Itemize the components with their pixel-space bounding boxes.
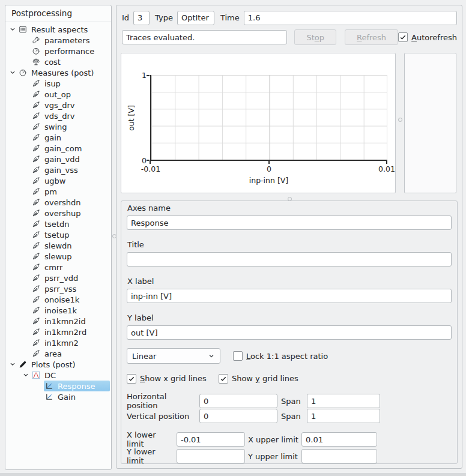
tree-item-slewup[interactable]: slewup <box>5 251 111 262</box>
show-x-grid-checkbox[interactable] <box>127 374 136 384</box>
y-upper-limit-label: Y upper limit <box>248 452 298 461</box>
indent-spacer <box>21 317 31 325</box>
tree-item-out-op[interactable]: out_op <box>5 89 111 100</box>
x-tick-mark <box>150 161 151 164</box>
result-detail-panel: Id Type Time Stop Refresh Autorefresh ou… <box>116 5 462 469</box>
list-icon <box>17 25 28 34</box>
y-upper-limit-field[interactable] <box>301 449 377 463</box>
tree-item-gain-com[interactable]: gain_com <box>5 143 111 154</box>
indent-spacer <box>21 90 31 98</box>
expander-chevron-icon[interactable] <box>21 371 31 379</box>
tree-item-in1kmn2id[interactable]: in1kmn2id <box>5 316 111 327</box>
y-lower-limit-field[interactable] <box>177 449 245 463</box>
tree-item-area[interactable]: area <box>5 348 111 359</box>
plot-x-axis-label: inp-inn [V] <box>150 176 387 185</box>
show-y-grid-label[interactable]: Show y grid lines <box>232 374 298 383</box>
x-tick-mark <box>386 161 387 164</box>
x-lower-limit-field[interactable] <box>177 432 245 447</box>
panel-title: Postprocessing <box>5 5 111 22</box>
quill-icon <box>31 155 41 163</box>
title-field[interactable] <box>127 252 452 267</box>
tree-item-swing[interactable]: swing <box>5 121 111 132</box>
tree-item-inoise1k[interactable]: inoise1k <box>5 305 111 316</box>
right-gridline <box>387 75 387 160</box>
tree-item-parameters[interactable]: parameters <box>5 35 111 46</box>
vertical-position-label: Vertical position <box>127 412 196 421</box>
tree-item-response[interactable]: Response <box>5 381 111 391</box>
tree-item-gain-vss[interactable]: gain_vss <box>5 164 111 175</box>
autorefresh-label[interactable]: Autorefresh <box>411 33 457 42</box>
tree-item-result-aspects[interactable]: Result aspects <box>5 24 111 35</box>
expander-chevron-icon[interactable] <box>8 25 17 34</box>
id-label: Id <box>122 13 129 22</box>
tree-item-gain[interactable]: Gain <box>5 391 111 402</box>
plot-canvas[interactable]: out [V] 1 0 -0.01 0 0.01 inp-inn [V] <box>121 53 396 193</box>
type-field[interactable] <box>177 11 214 25</box>
expander-chevron-icon[interactable] <box>8 360 17 369</box>
tree-item-tsetdn[interactable]: tsetdn <box>5 218 111 229</box>
lock-aspect-label[interactable]: Lock 1:1 aspect ratio <box>246 352 328 361</box>
status-field[interactable] <box>122 30 287 44</box>
splitter-handle[interactable] <box>398 118 402 122</box>
quill-icon <box>31 230 41 239</box>
scale-dropdown[interactable]: Linear <box>127 348 220 364</box>
tree-item-label: inoise1k <box>44 306 77 315</box>
tree-item-label: cmrr <box>44 263 62 272</box>
x-label-field[interactable] <box>127 289 452 303</box>
tree-item-gain-vdd[interactable]: gain_vdd <box>5 154 111 164</box>
x-upper-limit-field[interactable] <box>301 432 377 447</box>
show-y-grid-checkbox[interactable] <box>219 374 228 384</box>
tree-item-pm[interactable]: pm <box>5 186 111 197</box>
stop-button[interactable]: Stop <box>294 29 336 45</box>
tree-item-vgs-drv[interactable]: vgs_drv <box>5 100 111 110</box>
tree-item-overshup[interactable]: overshup <box>5 208 111 218</box>
tree-item-slewdn[interactable]: slewdn <box>5 240 111 251</box>
tree-item-dc[interactable]: DC <box>5 370 111 381</box>
gauge-icon <box>17 68 28 77</box>
tree-item-label: swing <box>44 122 67 131</box>
id-field[interactable] <box>133 11 150 25</box>
tree-item-performance[interactable]: performance <box>5 46 111 56</box>
tree-item-cost[interactable]: cost <box>5 56 111 67</box>
tree-item-onoise1k[interactable]: onoise1k <box>5 294 111 305</box>
postprocessing-panel: Postprocessing Result aspectsparametersp… <box>5 5 112 470</box>
h-span-field[interactable] <box>307 394 380 408</box>
autorefresh-checkbox[interactable] <box>398 32 408 42</box>
tree-item-measures-post[interactable]: Measures (post) <box>5 67 111 78</box>
tree-item-tsetup[interactable]: tsetup <box>5 229 111 240</box>
y-tick-mark <box>147 75 150 76</box>
indent-spacer <box>21 47 31 55</box>
axes-name-field[interactable] <box>127 215 452 230</box>
chart-icon <box>44 393 55 401</box>
indent-spacer <box>21 176 31 185</box>
tree-item-overshdn[interactable]: overshdn <box>5 197 111 208</box>
quill-icon <box>31 176 41 185</box>
tree-item-in1kmn2rd[interactable]: in1kmn2rd <box>5 327 111 337</box>
v-span-field[interactable] <box>307 409 380 423</box>
postprocessing-tree: Result aspectsparametersperformancecostM… <box>5 22 111 402</box>
indent-spacer <box>21 58 31 66</box>
tree-item-vds-drv[interactable]: vds_drv <box>5 110 111 121</box>
tree-item-psrr-vdd[interactable]: psrr_vdd <box>5 273 111 283</box>
h-span-label: Span <box>281 397 303 406</box>
show-x-grid-label[interactable]: Show x grid lines <box>140 374 207 383</box>
splitter-handle[interactable] <box>288 197 292 201</box>
vertical-position-field[interactable] <box>199 409 277 423</box>
tree-item-in1kmn2[interactable]: in1kmn2 <box>5 337 111 348</box>
horizontal-position-field[interactable] <box>199 394 277 408</box>
tree-item-plots-post[interactable]: Plots (post) <box>5 359 111 370</box>
quill-icon <box>31 306 41 315</box>
refresh-button[interactable]: Refresh <box>345 29 398 45</box>
lock-aspect-checkbox[interactable] <box>233 351 243 361</box>
tree-item-gain[interactable]: gain <box>5 132 111 143</box>
checkmark-icon <box>128 375 135 382</box>
quill-icon <box>31 112 41 120</box>
y-label-field[interactable] <box>127 325 452 340</box>
tree-item-ugbw[interactable]: ugbw <box>5 175 111 186</box>
tree-item-isup[interactable]: isup <box>5 78 111 89</box>
expander-chevron-icon[interactable] <box>8 68 17 77</box>
tree-item-psrr-vss[interactable]: psrr_vss <box>5 283 111 294</box>
time-field[interactable] <box>244 11 457 25</box>
horizontal-position-label: Horizontal position <box>127 392 196 410</box>
tree-item-cmrr[interactable]: cmrr <box>5 262 111 273</box>
